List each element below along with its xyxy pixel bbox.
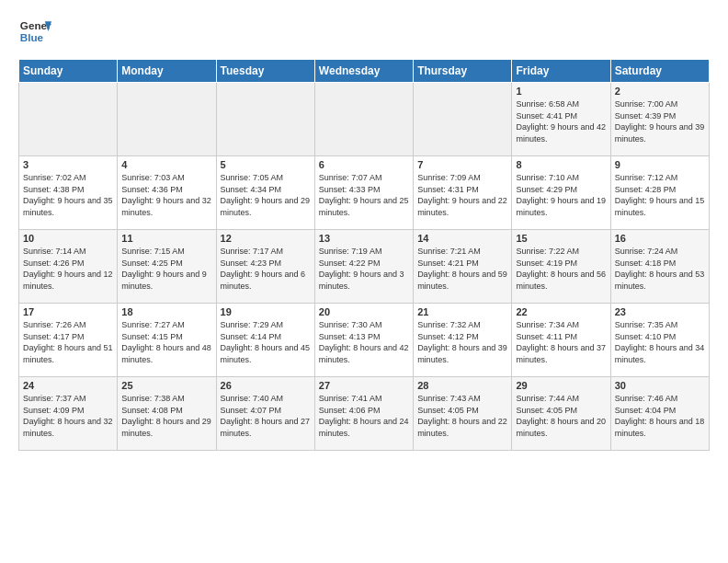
calendar-cell: 30Sunrise: 7:46 AM Sunset: 4:04 PM Dayli…: [610, 377, 709, 451]
day-number: 11: [121, 233, 211, 244]
day-number: 9: [615, 159, 705, 170]
calendar-week-3: 10Sunrise: 7:14 AM Sunset: 4:26 PM Dayli…: [19, 230, 710, 304]
day-info: Sunrise: 7:09 AM Sunset: 4:31 PM Dayligh…: [417, 172, 507, 218]
day-number: 29: [516, 380, 606, 391]
day-number: 12: [221, 233, 311, 244]
day-info: Sunrise: 7:41 AM Sunset: 4:06 PM Dayligh…: [319, 393, 409, 439]
day-number: 18: [121, 306, 211, 317]
day-info: Sunrise: 7:15 AM Sunset: 4:25 PM Dayligh…: [121, 246, 211, 292]
calendar-week-1: 1Sunrise: 6:58 AM Sunset: 4:41 PM Daylig…: [19, 83, 710, 156]
calendar-cell: 23Sunrise: 7:35 AM Sunset: 4:10 PM Dayli…: [610, 304, 709, 377]
logo-icon: General Blue: [18, 15, 51, 48]
day-info: Sunrise: 7:22 AM Sunset: 4:19 PM Dayligh…: [516, 246, 606, 292]
calendar-cell: 10Sunrise: 7:14 AM Sunset: 4:26 PM Dayli…: [19, 230, 118, 304]
day-info: Sunrise: 7:10 AM Sunset: 4:29 PM Dayligh…: [516, 172, 606, 218]
col-header-wednesday: Wednesday: [314, 60, 413, 83]
day-info: Sunrise: 7:30 AM Sunset: 4:13 PM Dayligh…: [319, 319, 409, 365]
day-info: Sunrise: 7:38 AM Sunset: 4:08 PM Dayligh…: [121, 393, 211, 439]
calendar-cell: 15Sunrise: 7:22 AM Sunset: 4:19 PM Dayli…: [512, 230, 610, 304]
day-number: 2: [615, 86, 705, 97]
day-info: Sunrise: 6:58 AM Sunset: 4:41 PM Dayligh…: [516, 98, 606, 144]
calendar-table: SundayMondayTuesdayWednesdayThursdayFrid…: [18, 59, 710, 451]
calendar-cell: 29Sunrise: 7:44 AM Sunset: 4:05 PM Dayli…: [512, 377, 610, 451]
day-number: 20: [319, 306, 409, 317]
day-number: 4: [121, 159, 211, 170]
calendar-week-5: 24Sunrise: 7:37 AM Sunset: 4:09 PM Dayli…: [19, 377, 710, 451]
day-number: 21: [417, 306, 507, 317]
day-info: Sunrise: 7:07 AM Sunset: 4:33 PM Dayligh…: [319, 172, 409, 218]
day-number: 17: [23, 306, 113, 317]
day-info: Sunrise: 7:17 AM Sunset: 4:23 PM Dayligh…: [221, 246, 311, 292]
day-number: 15: [516, 233, 606, 244]
calendar-cell: 28Sunrise: 7:43 AM Sunset: 4:05 PM Dayli…: [414, 377, 512, 451]
day-info: Sunrise: 7:37 AM Sunset: 4:09 PM Dayligh…: [23, 393, 113, 439]
day-info: Sunrise: 7:43 AM Sunset: 4:05 PM Dayligh…: [417, 393, 507, 439]
col-header-tuesday: Tuesday: [216, 60, 314, 83]
calendar-cell: 24Sunrise: 7:37 AM Sunset: 4:09 PM Dayli…: [19, 377, 118, 451]
day-number: 14: [417, 233, 507, 244]
day-info: Sunrise: 7:02 AM Sunset: 4:38 PM Dayligh…: [23, 172, 113, 218]
day-info: Sunrise: 7:26 AM Sunset: 4:17 PM Dayligh…: [23, 319, 113, 365]
day-number: 6: [319, 159, 409, 170]
calendar-cell: 5Sunrise: 7:05 AM Sunset: 4:34 PM Daylig…: [216, 156, 314, 230]
day-number: 13: [319, 233, 409, 244]
day-number: 8: [516, 159, 606, 170]
day-info: Sunrise: 7:29 AM Sunset: 4:14 PM Dayligh…: [221, 319, 311, 365]
day-info: Sunrise: 7:40 AM Sunset: 4:07 PM Dayligh…: [221, 393, 311, 439]
calendar-cell: 13Sunrise: 7:19 AM Sunset: 4:22 PM Dayli…: [314, 230, 413, 304]
col-header-thursday: Thursday: [414, 60, 512, 83]
day-info: Sunrise: 7:34 AM Sunset: 4:11 PM Dayligh…: [516, 319, 606, 365]
calendar-cell: 9Sunrise: 7:12 AM Sunset: 4:28 PM Daylig…: [610, 156, 709, 230]
day-number: 7: [417, 159, 507, 170]
calendar-cell: 17Sunrise: 7:26 AM Sunset: 4:17 PM Dayli…: [19, 304, 118, 377]
svg-text:Blue: Blue: [20, 31, 44, 43]
day-info: Sunrise: 7:27 AM Sunset: 4:15 PM Dayligh…: [121, 319, 211, 365]
calendar-cell: 2Sunrise: 7:00 AM Sunset: 4:39 PM Daylig…: [610, 83, 709, 156]
logo: General Blue: [18, 15, 51, 48]
calendar-week-4: 17Sunrise: 7:26 AM Sunset: 4:17 PM Dayli…: [19, 304, 710, 377]
day-info: Sunrise: 7:35 AM Sunset: 4:10 PM Dayligh…: [615, 319, 705, 365]
calendar-cell: [314, 83, 413, 156]
day-info: Sunrise: 7:21 AM Sunset: 4:21 PM Dayligh…: [417, 246, 507, 292]
day-info: Sunrise: 7:46 AM Sunset: 4:04 PM Dayligh…: [615, 393, 705, 439]
day-info: Sunrise: 7:14 AM Sunset: 4:26 PM Dayligh…: [23, 246, 113, 292]
calendar-cell: 14Sunrise: 7:21 AM Sunset: 4:21 PM Dayli…: [414, 230, 512, 304]
day-info: Sunrise: 7:19 AM Sunset: 4:22 PM Dayligh…: [319, 246, 409, 292]
day-number: 28: [417, 380, 507, 391]
calendar-week-2: 3Sunrise: 7:02 AM Sunset: 4:38 PM Daylig…: [19, 156, 710, 230]
day-number: 23: [615, 306, 705, 317]
day-number: 1: [516, 86, 606, 97]
calendar-cell: 16Sunrise: 7:24 AM Sunset: 4:18 PM Dayli…: [610, 230, 709, 304]
calendar-cell: 22Sunrise: 7:34 AM Sunset: 4:11 PM Dayli…: [512, 304, 610, 377]
col-header-saturday: Saturday: [610, 60, 709, 83]
calendar-cell: 3Sunrise: 7:02 AM Sunset: 4:38 PM Daylig…: [19, 156, 118, 230]
calendar-cell: 27Sunrise: 7:41 AM Sunset: 4:06 PM Dayli…: [314, 377, 413, 451]
calendar-cell: [118, 83, 216, 156]
calendar-cell: 1Sunrise: 6:58 AM Sunset: 4:41 PM Daylig…: [512, 83, 610, 156]
day-info: Sunrise: 7:44 AM Sunset: 4:05 PM Dayligh…: [516, 393, 606, 439]
col-header-sunday: Sunday: [19, 60, 118, 83]
calendar-cell: 20Sunrise: 7:30 AM Sunset: 4:13 PM Dayli…: [314, 304, 413, 377]
day-number: 16: [615, 233, 705, 244]
calendar-cell: 18Sunrise: 7:27 AM Sunset: 4:15 PM Dayli…: [118, 304, 216, 377]
col-header-monday: Monday: [118, 60, 216, 83]
calendar-cell: 26Sunrise: 7:40 AM Sunset: 4:07 PM Dayli…: [216, 377, 314, 451]
day-number: 3: [23, 159, 113, 170]
calendar-cell: 21Sunrise: 7:32 AM Sunset: 4:12 PM Dayli…: [414, 304, 512, 377]
calendar-cell: [216, 83, 314, 156]
col-header-friday: Friday: [512, 60, 610, 83]
day-number: 5: [221, 159, 311, 170]
calendar-cell: 7Sunrise: 7:09 AM Sunset: 4:31 PM Daylig…: [414, 156, 512, 230]
day-info: Sunrise: 7:32 AM Sunset: 4:12 PM Dayligh…: [417, 319, 507, 365]
day-info: Sunrise: 7:03 AM Sunset: 4:36 PM Dayligh…: [121, 172, 211, 218]
calendar-cell: 8Sunrise: 7:10 AM Sunset: 4:29 PM Daylig…: [512, 156, 610, 230]
day-number: 22: [516, 306, 606, 317]
day-number: 10: [23, 233, 113, 244]
calendar-cell: [19, 83, 118, 156]
day-info: Sunrise: 7:00 AM Sunset: 4:39 PM Dayligh…: [615, 98, 705, 144]
day-info: Sunrise: 7:24 AM Sunset: 4:18 PM Dayligh…: [615, 246, 705, 292]
day-number: 27: [319, 380, 409, 391]
day-number: 25: [121, 380, 211, 391]
day-info: Sunrise: 7:12 AM Sunset: 4:28 PM Dayligh…: [615, 172, 705, 218]
calendar-cell: 25Sunrise: 7:38 AM Sunset: 4:08 PM Dayli…: [118, 377, 216, 451]
